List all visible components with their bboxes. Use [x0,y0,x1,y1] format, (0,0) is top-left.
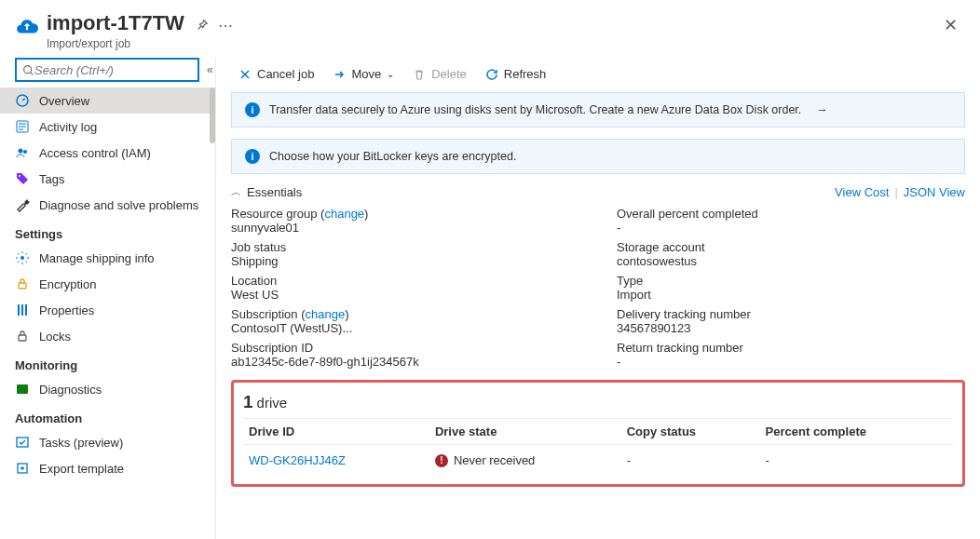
collapse-sidebar-icon[interactable]: « [207,63,213,76]
page-subtitle: Import/export job [47,37,184,50]
essentials-toggle[interactable]: ︿ Essentials [231,185,302,199]
nav-label: Diagnose and solve problems [39,198,198,212]
drive-count-title: 1drive [243,388,953,418]
svg-point-4 [23,150,27,154]
cancel-job-button[interactable]: Cancel job [231,63,321,85]
trash-icon [413,68,426,81]
pin-icon[interactable] [196,19,209,34]
change-rg-link[interactable]: change [324,207,364,221]
bitlocker-banner[interactable]: i Choose how your BitLocker keys are enc… [231,139,965,174]
svg-rect-8 [18,304,20,316]
nav-export-template[interactable]: Export template [0,455,215,481]
drive-row[interactable]: WD-GK26HJJ46Z !Never received - - [243,445,953,476]
toolbar: Cancel job Move ⌄ Delete Refresh [231,58,965,92]
col-drive-id[interactable]: Drive ID [243,419,429,445]
nav-label: Locks [39,330,71,344]
nav-access-control[interactable]: Access control (IAM) [0,140,215,166]
svg-rect-7 [19,283,26,289]
nav-label: Properties [39,303,94,317]
tasks-icon [15,435,30,450]
svg-point-3 [19,149,23,154]
nav-label: Tags [39,172,64,186]
nav-label: Access control (IAM) [39,146,151,160]
page-title: import-1T7TW [47,11,184,35]
diagnostics-icon [15,382,30,397]
essentials-grid: Resource group (change) sunnyvale01 Over… [231,207,965,380]
svg-rect-13 [17,438,28,447]
nav-diagnostics[interactable]: Diagnostics [0,376,215,402]
move-button[interactable]: Move ⌄ [325,63,402,85]
nav-diagnose[interactable]: Diagnose and solve problems [0,192,215,218]
nav-label: Manage shipping info [39,251,155,265]
svg-rect-10 [25,304,27,316]
activity-log-icon [15,119,30,134]
drive-section-highlight: 1drive Drive ID Drive state Copy status … [231,380,965,487]
nav-label: Overview [39,94,89,108]
error-icon: ! [435,454,448,467]
search-input-wrapper[interactable] [15,58,199,82]
col-percent-complete[interactable]: Percent complete [760,419,953,445]
nav-shipping-info[interactable]: Manage shipping info [0,245,215,271]
arrow-right-icon: → [816,103,828,116]
delete-button: Delete [405,63,474,85]
svg-point-6 [20,256,24,260]
refresh-icon [485,68,498,81]
cloud-upload-icon [15,15,39,39]
section-settings: Settings [0,218,215,245]
drive-state-error: !Never received [435,453,535,467]
json-view-link[interactable]: JSON View [904,185,965,199]
tag-icon [15,171,30,186]
svg-rect-11 [19,335,26,341]
people-icon [15,145,30,160]
more-icon[interactable]: ⋯ [218,17,234,34]
subscription-link[interactable]: ContosoIT (WestUS)... [231,321,579,335]
svg-point-0 [24,65,32,73]
info-icon: i [245,102,260,117]
drive-id-link[interactable]: WD-GK26HJJ46Z [249,453,346,467]
properties-icon [15,303,30,317]
nav-tasks[interactable]: Tasks (preview) [0,429,215,455]
chevron-down-icon: ⌄ [387,69,394,79]
chevron-up-icon: ︿ [231,185,241,199]
col-copy-status[interactable]: Copy status [621,419,760,445]
col-drive-state[interactable]: Drive state [429,419,621,445]
lock-icon [15,276,30,291]
nav-encryption[interactable]: Encryption [0,271,215,297]
view-cost-link[interactable]: View Cost [835,185,889,199]
main-content: Cancel job Move ⌄ Delete Refresh i Trans… [216,58,980,539]
nav-label: Encryption [39,277,96,291]
nav-label: Activity log [39,120,97,134]
storage-account-link[interactable]: contosowestus [617,254,965,268]
section-automation: Automation [0,402,215,429]
section-monitoring: Monitoring [0,349,215,376]
svg-rect-9 [21,304,23,316]
overview-icon [15,93,30,108]
databox-banner[interactable]: i Transfer data securely to Azure using … [231,92,965,128]
search-input[interactable] [34,63,192,77]
svg-point-5 [19,175,20,177]
arrow-right-icon [333,68,346,81]
nav-list: Overview Activity log Access control (IA… [0,88,215,539]
drive-table: Drive ID Drive state Copy status Percent… [243,418,953,475]
export-icon [15,461,30,476]
nav-overview[interactable]: Overview [0,88,215,114]
nav-activity-log[interactable]: Activity log [0,114,215,140]
gear-icon [15,250,30,265]
lock-icon [15,329,30,344]
scrollbar-thumb[interactable] [210,88,215,143]
close-icon[interactable]: ✕ [936,11,965,39]
info-icon: i [245,149,260,164]
change-sub-link[interactable]: change [306,307,346,321]
search-icon [22,64,34,76]
nav-label: Diagnostics [39,383,102,397]
resource-group-link[interactable]: sunnyvale01 [231,221,579,235]
nav-tags[interactable]: Tags [0,166,215,192]
nav-properties[interactable]: Properties [0,297,215,323]
refresh-button[interactable]: Refresh [478,63,554,85]
sidebar: « Overview Activity log Access control (… [0,58,216,539]
page-header: import-1T7TW Import/export job ⋯ ✕ [0,0,980,58]
nav-locks[interactable]: Locks [0,323,215,349]
wrench-icon [15,197,30,212]
x-icon [238,68,252,81]
nav-label: Tasks (preview) [39,436,123,450]
